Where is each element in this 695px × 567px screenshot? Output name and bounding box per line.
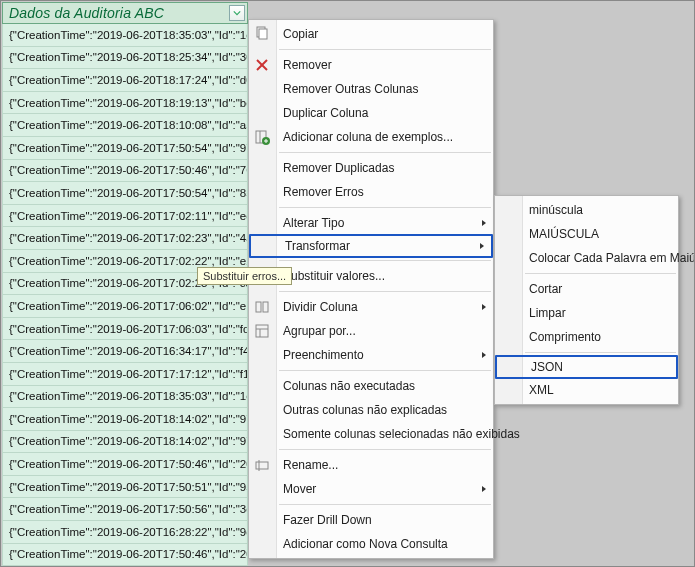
menu-separator: [279, 49, 491, 50]
menu-item-label: Cortar: [529, 282, 562, 296]
menu-item-label: Somente colunas selecionadas não exibida…: [283, 427, 520, 441]
menu-item-label: Remover Erros: [283, 185, 364, 199]
chevron-right-icon: [481, 216, 487, 230]
menu-item-fazer-drill-down[interactable]: Fazer Drill Down: [249, 508, 493, 532]
chevron-right-icon: [481, 300, 487, 314]
table-row[interactable]: {"CreationTime":"2019-06-20T17:50:51","I…: [2, 476, 248, 499]
menu-item-label: Agrupar por...: [283, 324, 356, 338]
menu-item-label: Duplicar Coluna: [283, 106, 368, 120]
table-row[interactable]: {"CreationTime":"2019-06-20T17:50:46","I…: [2, 160, 248, 183]
table-row[interactable]: {"CreationTime":"2019-06-20T17:17:12","I…: [2, 363, 248, 386]
menu-item-label: Remover Outras Colunas: [283, 82, 418, 96]
menu-item-outras-colunas-n-o-explicadas[interactable]: Outras colunas não explicadas: [249, 398, 493, 422]
menu-item-label: Copiar: [283, 27, 318, 41]
table-row[interactable]: {"CreationTime":"2019-06-20T17:02:23","I…: [2, 227, 248, 250]
table-row[interactable]: {"CreationTime":"2019-06-20T17:50:46","I…: [2, 453, 248, 476]
menu-item-adicionar-coluna-de-exemplos[interactable]: Adicionar coluna de exemplos...: [249, 125, 493, 149]
chevron-down-icon: [233, 9, 241, 17]
svg-rect-1: [259, 29, 267, 39]
worksheet-background: Dados da Auditoria ABC {"CreationTime":"…: [1, 1, 695, 567]
menu-item-label: Outras colunas não explicadas: [283, 403, 447, 417]
table-row[interactable]: {"CreationTime":"2019-06-20T18:14:02","I…: [2, 408, 248, 431]
menu-item-colocar-cada-palavra-em-mai-scula[interactable]: Colocar Cada Palavra em Maiúscula: [495, 246, 678, 270]
table-row[interactable]: {"CreationTime":"2019-06-20T17:06:02","I…: [2, 295, 248, 318]
menu-separator: [279, 504, 491, 505]
menu-item-remover[interactable]: Remover: [249, 53, 493, 77]
table-row[interactable]: {"CreationTime":"2019-06-20T16:28:22","I…: [2, 521, 248, 544]
menu-item-remover-erros[interactable]: Remover Erros: [249, 180, 493, 204]
menu-item-label: Substituir valores...: [283, 269, 385, 283]
menu-item-duplicar-coluna[interactable]: Duplicar Coluna: [249, 101, 493, 125]
menu-item-xml[interactable]: XML: [495, 378, 678, 402]
table-row[interactable]: {"CreationTime":"2019-06-20T18:17:24","I…: [2, 69, 248, 92]
svg-rect-11: [256, 302, 261, 312]
menu-item-limpar[interactable]: Limpar: [495, 301, 678, 325]
menu-item-agrupar-por[interactable]: Agrupar por...: [249, 319, 493, 343]
menu-item-label: Remover: [283, 58, 332, 72]
menu-item-json[interactable]: JSON: [495, 355, 678, 379]
menu-separator: [525, 352, 676, 353]
menu-item-mover[interactable]: Mover: [249, 477, 493, 501]
table-row[interactable]: {"CreationTime":"2019-06-20T18:25:34","I…: [2, 47, 248, 70]
table-row[interactable]: {"CreationTime":"2019-06-20T18:14:02","I…: [2, 431, 248, 454]
table-row[interactable]: {"CreationTime":"2019-06-20T17:50:46","I…: [2, 544, 248, 567]
split-icon: [253, 298, 271, 316]
table-row[interactable]: {"CreationTime":"2019-06-20T17:02:11","I…: [2, 205, 248, 228]
menu-item-transformar[interactable]: Transformar: [249, 234, 493, 258]
add-column-icon: [253, 128, 271, 146]
column-header-title: Dados da Auditoria ABC: [9, 5, 164, 21]
table-row[interactable]: {"CreationTime":"2019-06-20T16:34:17","I…: [2, 340, 248, 363]
menu-item-rename[interactable]: Rename...: [249, 453, 493, 477]
table-row[interactable]: {"CreationTime":"2019-06-20T18:10:08","I…: [2, 114, 248, 137]
menu-item-label: Alterar Tipo: [283, 216, 344, 230]
menu-separator: [279, 449, 491, 450]
menu-item-label: Preenchimento: [283, 348, 364, 362]
chevron-right-icon: [479, 239, 485, 253]
table-row[interactable]: {"CreationTime":"2019-06-20T17:50:54","I…: [2, 137, 248, 160]
menu-item-adicionar-como-nova-consulta[interactable]: Adicionar como Nova Consulta: [249, 532, 493, 556]
menu-item-label: Adicionar como Nova Consulta: [283, 537, 448, 551]
menu-item-dividir-coluna[interactable]: Dividir Coluna: [249, 295, 493, 319]
menu-item-colunas-n-o-executadas[interactable]: Colunas não executadas: [249, 374, 493, 398]
menu-separator: [279, 152, 491, 153]
menu-item-comprimento[interactable]: Comprimento: [495, 325, 678, 349]
menu-item-label: Dividir Coluna: [283, 300, 358, 314]
menu-item-label: MAIÚSCULA: [529, 227, 599, 241]
menu-item-label: XML: [529, 383, 554, 397]
menu-item-somente-colunas-selecionadas-n-o-exibidas[interactable]: Somente colunas selecionadas não exibida…: [249, 422, 493, 446]
menu-item-label: Comprimento: [529, 330, 601, 344]
context-menu: CopiarRemoverRemover Outras ColunasDupli…: [248, 19, 494, 559]
menu-item-cortar[interactable]: Cortar: [495, 277, 678, 301]
menu-item-remover-outras-colunas[interactable]: Remover Outras Colunas: [249, 77, 493, 101]
table-row[interactable]: {"CreationTime":"2019-06-20T18:35:03","I…: [2, 386, 248, 409]
group-icon: [253, 322, 271, 340]
column-header[interactable]: Dados da Auditoria ABC: [2, 2, 248, 24]
menu-item-copiar[interactable]: Copiar: [249, 22, 493, 46]
menu-item-label: Colunas não executadas: [283, 379, 415, 393]
menu-item-remover-duplicadas[interactable]: Remover Duplicadas: [249, 156, 493, 180]
menu-item-min-scula[interactable]: minúscula: [495, 198, 678, 222]
menu-item-label: Rename...: [283, 458, 338, 472]
menu-item-label: Colocar Cada Palavra em Maiúscula: [529, 251, 695, 265]
menu-item-label: Transformar: [285, 239, 350, 253]
menu-separator: [279, 260, 491, 261]
column-filter-dropdown[interactable]: [229, 5, 245, 21]
menu-item-label: minúscula: [529, 203, 583, 217]
menu-item-preenchimento[interactable]: Preenchimento: [249, 343, 493, 367]
table-row[interactable]: {"CreationTime":"2019-06-20T18:35:03","I…: [2, 24, 248, 47]
table-row[interactable]: {"CreationTime":"2019-06-20T17:06:03","I…: [2, 318, 248, 341]
svg-rect-12: [263, 302, 268, 312]
table-row[interactable]: {"CreationTime":"2019-06-20T17:50:54","I…: [2, 182, 248, 205]
tooltip-substituir-erros: Substituir erros...: [197, 267, 292, 285]
menu-separator: [279, 291, 491, 292]
menu-item-label: Limpar: [529, 306, 566, 320]
table-row[interactable]: {"CreationTime":"2019-06-20T18:19:13","I…: [2, 92, 248, 115]
remove-icon: [253, 56, 271, 74]
table-row[interactable]: {"CreationTime":"2019-06-20T17:50:56","I…: [2, 498, 248, 521]
svg-rect-16: [256, 462, 268, 469]
context-menu-items: CopiarRemoverRemover Outras ColunasDupli…: [249, 22, 493, 556]
menu-separator: [279, 370, 491, 371]
menu-item-mai-scula[interactable]: MAIÚSCULA: [495, 222, 678, 246]
menu-item-alterar-tipo[interactable]: Alterar Tipo: [249, 211, 493, 235]
menu-item-label: Adicionar coluna de exemplos...: [283, 130, 453, 144]
